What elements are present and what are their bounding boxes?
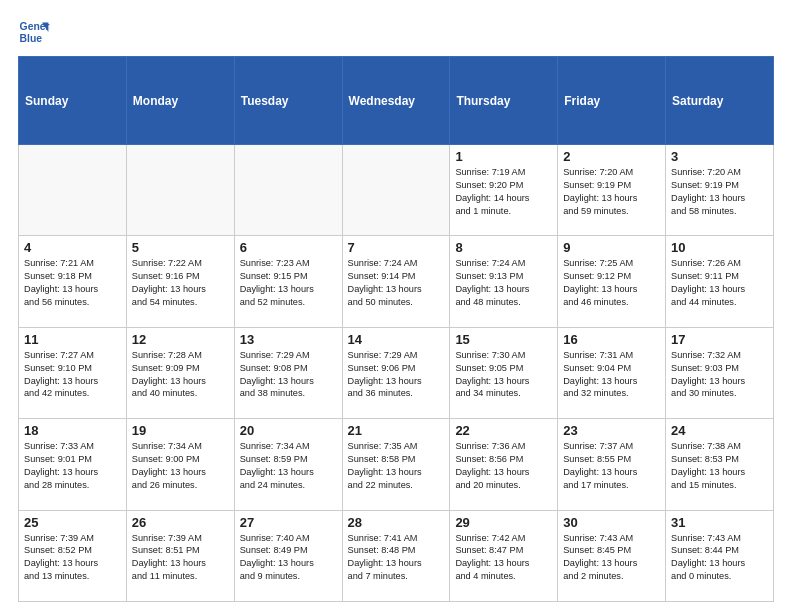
week-row-2: 4Sunrise: 7:21 AM Sunset: 9:18 PM Daylig… [19, 236, 774, 327]
day-info: Sunrise: 7:29 AM Sunset: 9:08 PM Dayligh… [240, 349, 337, 401]
day-cell-9: 9Sunrise: 7:25 AM Sunset: 9:12 PM Daylig… [558, 236, 666, 327]
svg-text:Blue: Blue [20, 33, 43, 44]
day-cell-30: 30Sunrise: 7:43 AM Sunset: 8:45 PM Dayli… [558, 510, 666, 601]
weekday-header-wednesday: Wednesday [342, 57, 450, 145]
day-info: Sunrise: 7:24 AM Sunset: 9:14 PM Dayligh… [348, 257, 445, 309]
day-number: 7 [348, 240, 445, 255]
day-number: 13 [240, 332, 337, 347]
day-cell-3: 3Sunrise: 7:20 AM Sunset: 9:19 PM Daylig… [666, 145, 774, 236]
day-cell-2: 2Sunrise: 7:20 AM Sunset: 9:19 PM Daylig… [558, 145, 666, 236]
day-number: 3 [671, 149, 768, 164]
day-info: Sunrise: 7:31 AM Sunset: 9:04 PM Dayligh… [563, 349, 660, 401]
header: General Blue [18, 16, 774, 48]
day-cell-26: 26Sunrise: 7:39 AM Sunset: 8:51 PM Dayli… [126, 510, 234, 601]
day-number: 16 [563, 332, 660, 347]
day-cell-14: 14Sunrise: 7:29 AM Sunset: 9:06 PM Dayli… [342, 327, 450, 418]
day-number: 18 [24, 423, 121, 438]
empty-cell [126, 145, 234, 236]
day-number: 25 [24, 515, 121, 530]
day-number: 11 [24, 332, 121, 347]
day-info: Sunrise: 7:26 AM Sunset: 9:11 PM Dayligh… [671, 257, 768, 309]
day-info: Sunrise: 7:33 AM Sunset: 9:01 PM Dayligh… [24, 440, 121, 492]
day-number: 10 [671, 240, 768, 255]
weekday-header-monday: Monday [126, 57, 234, 145]
day-cell-28: 28Sunrise: 7:41 AM Sunset: 8:48 PM Dayli… [342, 510, 450, 601]
day-cell-6: 6Sunrise: 7:23 AM Sunset: 9:15 PM Daylig… [234, 236, 342, 327]
day-number: 20 [240, 423, 337, 438]
day-cell-24: 24Sunrise: 7:38 AM Sunset: 8:53 PM Dayli… [666, 419, 774, 510]
day-info: Sunrise: 7:24 AM Sunset: 9:13 PM Dayligh… [455, 257, 552, 309]
day-number: 19 [132, 423, 229, 438]
weekday-header-tuesday: Tuesday [234, 57, 342, 145]
day-number: 21 [348, 423, 445, 438]
weekday-header-friday: Friday [558, 57, 666, 145]
calendar-table: SundayMondayTuesdayWednesdayThursdayFrid… [18, 56, 774, 602]
day-cell-29: 29Sunrise: 7:42 AM Sunset: 8:47 PM Dayli… [450, 510, 558, 601]
day-cell-1: 1Sunrise: 7:19 AM Sunset: 9:20 PM Daylig… [450, 145, 558, 236]
day-number: 28 [348, 515, 445, 530]
logo: General Blue [18, 16, 50, 48]
day-info: Sunrise: 7:25 AM Sunset: 9:12 PM Dayligh… [563, 257, 660, 309]
day-cell-10: 10Sunrise: 7:26 AM Sunset: 9:11 PM Dayli… [666, 236, 774, 327]
day-cell-25: 25Sunrise: 7:39 AM Sunset: 8:52 PM Dayli… [19, 510, 127, 601]
day-number: 23 [563, 423, 660, 438]
day-number: 26 [132, 515, 229, 530]
day-info: Sunrise: 7:39 AM Sunset: 8:52 PM Dayligh… [24, 532, 121, 584]
day-cell-20: 20Sunrise: 7:34 AM Sunset: 8:59 PM Dayli… [234, 419, 342, 510]
day-info: Sunrise: 7:28 AM Sunset: 9:09 PM Dayligh… [132, 349, 229, 401]
day-number: 1 [455, 149, 552, 164]
day-cell-18: 18Sunrise: 7:33 AM Sunset: 9:01 PM Dayli… [19, 419, 127, 510]
day-number: 15 [455, 332, 552, 347]
day-cell-12: 12Sunrise: 7:28 AM Sunset: 9:09 PM Dayli… [126, 327, 234, 418]
day-info: Sunrise: 7:39 AM Sunset: 8:51 PM Dayligh… [132, 532, 229, 584]
day-cell-31: 31Sunrise: 7:43 AM Sunset: 8:44 PM Dayli… [666, 510, 774, 601]
day-info: Sunrise: 7:40 AM Sunset: 8:49 PM Dayligh… [240, 532, 337, 584]
day-info: Sunrise: 7:20 AM Sunset: 9:19 PM Dayligh… [671, 166, 768, 218]
day-cell-16: 16Sunrise: 7:31 AM Sunset: 9:04 PM Dayli… [558, 327, 666, 418]
day-info: Sunrise: 7:29 AM Sunset: 9:06 PM Dayligh… [348, 349, 445, 401]
day-cell-5: 5Sunrise: 7:22 AM Sunset: 9:16 PM Daylig… [126, 236, 234, 327]
day-number: 29 [455, 515, 552, 530]
day-info: Sunrise: 7:23 AM Sunset: 9:15 PM Dayligh… [240, 257, 337, 309]
day-info: Sunrise: 7:22 AM Sunset: 9:16 PM Dayligh… [132, 257, 229, 309]
day-number: 17 [671, 332, 768, 347]
day-info: Sunrise: 7:19 AM Sunset: 9:20 PM Dayligh… [455, 166, 552, 218]
day-info: Sunrise: 7:41 AM Sunset: 8:48 PM Dayligh… [348, 532, 445, 584]
day-number: 30 [563, 515, 660, 530]
weekday-header-thursday: Thursday [450, 57, 558, 145]
day-info: Sunrise: 7:38 AM Sunset: 8:53 PM Dayligh… [671, 440, 768, 492]
empty-cell [234, 145, 342, 236]
page: General Blue SundayMondayTuesdayWednesda… [0, 0, 792, 612]
day-cell-17: 17Sunrise: 7:32 AM Sunset: 9:03 PM Dayli… [666, 327, 774, 418]
day-info: Sunrise: 7:34 AM Sunset: 9:00 PM Dayligh… [132, 440, 229, 492]
day-number: 6 [240, 240, 337, 255]
day-cell-21: 21Sunrise: 7:35 AM Sunset: 8:58 PM Dayli… [342, 419, 450, 510]
day-cell-27: 27Sunrise: 7:40 AM Sunset: 8:49 PM Dayli… [234, 510, 342, 601]
week-row-5: 25Sunrise: 7:39 AM Sunset: 8:52 PM Dayli… [19, 510, 774, 601]
weekday-header-row: SundayMondayTuesdayWednesdayThursdayFrid… [19, 57, 774, 145]
day-info: Sunrise: 7:43 AM Sunset: 8:44 PM Dayligh… [671, 532, 768, 584]
week-row-3: 11Sunrise: 7:27 AM Sunset: 9:10 PM Dayli… [19, 327, 774, 418]
day-number: 27 [240, 515, 337, 530]
week-row-4: 18Sunrise: 7:33 AM Sunset: 9:01 PM Dayli… [19, 419, 774, 510]
day-number: 14 [348, 332, 445, 347]
day-number: 31 [671, 515, 768, 530]
day-number: 5 [132, 240, 229, 255]
day-cell-19: 19Sunrise: 7:34 AM Sunset: 9:00 PM Dayli… [126, 419, 234, 510]
logo-icon: General Blue [18, 16, 50, 48]
day-cell-7: 7Sunrise: 7:24 AM Sunset: 9:14 PM Daylig… [342, 236, 450, 327]
day-cell-13: 13Sunrise: 7:29 AM Sunset: 9:08 PM Dayli… [234, 327, 342, 418]
weekday-header-saturday: Saturday [666, 57, 774, 145]
day-number: 22 [455, 423, 552, 438]
day-info: Sunrise: 7:43 AM Sunset: 8:45 PM Dayligh… [563, 532, 660, 584]
day-number: 24 [671, 423, 768, 438]
empty-cell [342, 145, 450, 236]
day-info: Sunrise: 7:21 AM Sunset: 9:18 PM Dayligh… [24, 257, 121, 309]
day-number: 4 [24, 240, 121, 255]
day-number: 2 [563, 149, 660, 164]
day-cell-22: 22Sunrise: 7:36 AM Sunset: 8:56 PM Dayli… [450, 419, 558, 510]
day-info: Sunrise: 7:27 AM Sunset: 9:10 PM Dayligh… [24, 349, 121, 401]
day-info: Sunrise: 7:30 AM Sunset: 9:05 PM Dayligh… [455, 349, 552, 401]
day-info: Sunrise: 7:37 AM Sunset: 8:55 PM Dayligh… [563, 440, 660, 492]
day-number: 12 [132, 332, 229, 347]
